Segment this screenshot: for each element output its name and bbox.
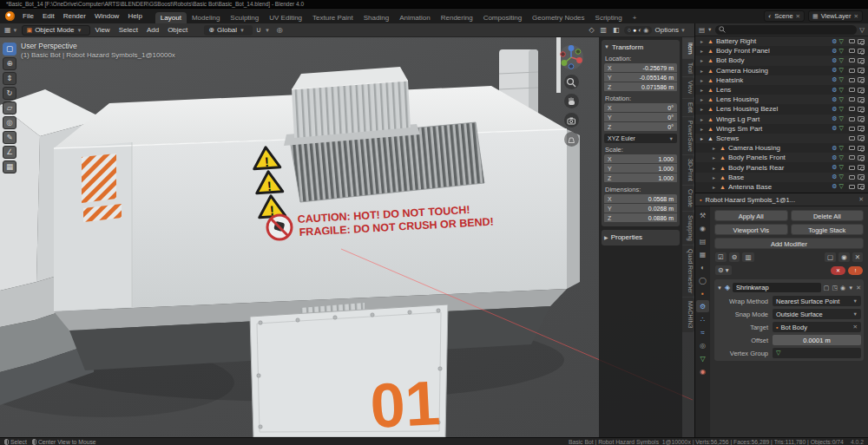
location-field[interactable]: Y -0.055146 m [604, 73, 677, 82]
options-dropdown[interactable]: Options ▼ [654, 26, 689, 34]
outliner-row[interactable]: ▸ ▲ Camera Housing ⚙ ▽ [695, 66, 868, 75]
properties-tab-icon[interactable] [696, 300, 709, 312]
proportional-edit-icon[interactable]: ◎ [275, 26, 285, 34]
mode-dropdown[interactable]: ▣ Object Mode ▼ [22, 25, 91, 36]
disclosure-arrow-icon[interactable]: ▸ [700, 126, 707, 132]
disable-in-render-icon[interactable] [858, 146, 865, 151]
add-modifier-button[interactable]: Add Modifier [714, 238, 864, 249]
outliner-row[interactable]: ▸ ▲ Lens Housing Bezel ⚙ ▽ [695, 104, 868, 114]
disclosure-arrow-icon[interactable]: ▸ [700, 68, 707, 74]
properties-tab-icon[interactable] [696, 326, 709, 338]
hide-in-viewport-icon[interactable] [849, 185, 855, 189]
object-name[interactable]: Lens Housing [716, 95, 832, 103]
collapse-arrow-icon[interactable]: ▼ [717, 285, 722, 291]
viewport-menu-item[interactable]: View [90, 26, 114, 34]
workspace-tab[interactable]: Compositing [478, 12, 527, 23]
object-name[interactable]: Body Panels Rear [728, 164, 832, 172]
remove-icon[interactable]: ✕ [852, 252, 863, 262]
n-panel-tab[interactable]: Item [682, 39, 694, 58]
object-name[interactable]: Battery Right [716, 37, 832, 45]
zoom-icon[interactable] [564, 75, 579, 89]
hide-in-viewport-icon[interactable] [849, 127, 855, 131]
clear-target-icon[interactable]: ✕ [853, 324, 858, 330]
rotation-field[interactable]: Y 0° [604, 113, 677, 121]
hide-in-viewport-icon[interactable] [849, 146, 855, 150]
tool-button[interactable]: ◎ [3, 116, 16, 129]
scale-field[interactable]: Z 1.000 [604, 173, 677, 182]
stack-display-icon[interactable]: ▥ [742, 252, 753, 262]
solid-shading-icon[interactable]: ● [633, 27, 636, 33]
properties-tab-icon[interactable] [696, 352, 709, 364]
hide-in-viewport-icon[interactable] [849, 78, 855, 82]
object-name[interactable]: Camera Housing [716, 67, 832, 75]
blender-logo-icon[interactable] [5, 11, 15, 21]
object-name[interactable]: Body Panels Front [728, 154, 832, 161]
robot-front-panel[interactable]: 01 [250, 303, 448, 437]
workspace-tab[interactable]: Shading [358, 12, 394, 23]
outliner-row[interactable]: ▸ ▲ Wings Sm Part ⚙ ▽ [695, 124, 868, 134]
disable-in-render-icon[interactable] [858, 165, 865, 170]
object-name[interactable]: Bot Body [716, 56, 832, 64]
hide-in-viewport-icon[interactable] [849, 69, 855, 73]
wrench-icon[interactable]: ⚙ [729, 252, 740, 262]
hide-in-viewport-icon[interactable] [849, 136, 855, 141]
disable-in-render-icon[interactable] [858, 49, 865, 54]
hide-in-viewport-icon[interactable] [849, 88, 855, 92]
disable-in-render-icon[interactable] [858, 155, 865, 160]
snap-options-caret-icon[interactable]: ▼ [265, 28, 273, 33]
render-display-icon[interactable]: ◉ [838, 252, 850, 262]
hide-in-viewport-icon[interactable] [849, 166, 855, 170]
topbar-menu-item[interactable]: Help [123, 10, 146, 23]
disclosure-arrow-icon[interactable]: ▸ [700, 48, 707, 54]
object-name[interactable]: Lens Housing Bezel [716, 105, 832, 113]
axis-gizmo[interactable] [558, 44, 584, 70]
outliner-row[interactable]: ▸ ▲ Antenna Base ⚙ ▽ [695, 182, 868, 192]
tool-button[interactable]: ↻ [3, 87, 16, 100]
hide-in-viewport-icon[interactable] [849, 117, 855, 121]
viewport-menu-item[interactable]: Select [115, 26, 142, 34]
snap-mode-dropdown[interactable]: Outside Surface ▼ [773, 309, 861, 319]
tool-button[interactable]: ⇕ [3, 72, 16, 85]
disable-in-render-icon[interactable] [858, 97, 865, 102]
outliner-row[interactable]: ▸ ▲ Body Panels Front ⚙ ▽ [695, 153, 868, 162]
hide-in-viewport-icon[interactable] [849, 49, 855, 53]
remove-viewlayer-icon[interactable]: ✕ [854, 13, 858, 20]
viewlayer-selector[interactable]: ▦ ViewLayer ✕ [808, 10, 863, 22]
outliner-search-box[interactable] [715, 25, 858, 35]
properties-tab-icon[interactable] [696, 235, 709, 247]
window-titlebar[interactable]: *Basic_Bot_14 [F:\OneDrive\Computer\ARTS… [0, 0, 868, 9]
hide-in-viewport-icon[interactable] [849, 97, 855, 101]
topbar-menu-item[interactable]: File [18, 10, 38, 23]
topbar-menu-item[interactable]: Edit [38, 10, 59, 23]
scene-selector[interactable]: ◐ Scene ✕ [764, 10, 805, 22]
target-object-field[interactable]: ▪ Bot Body ✕ [773, 322, 861, 332]
perspective-toggle-icon[interactable] [564, 132, 579, 147]
material-shading-icon[interactable]: ◐ [638, 27, 641, 33]
properties-tab-icon[interactable] [696, 209, 709, 221]
disable-in-render-icon[interactable] [858, 184, 865, 189]
disclosure-arrow-icon[interactable]: ▸ [700, 106, 707, 112]
disable-in-render-icon[interactable] [858, 107, 865, 112]
hide-in-viewport-icon[interactable] [849, 107, 855, 111]
disable-in-render-icon[interactable] [858, 135, 865, 141]
delete-modifier-icon[interactable]: ✕ [856, 285, 861, 291]
disable-in-render-icon[interactable] [858, 68, 865, 73]
close-icon[interactable]: ✕ [858, 196, 864, 203]
properties-tab-icon[interactable] [696, 248, 709, 260]
properties-tab-icon[interactable] [696, 287, 709, 299]
tool-button[interactable]: ∠ [3, 146, 16, 159]
orientation-dropdown[interactable]: ⊕ Global ▼ [204, 25, 253, 36]
workspace-tab[interactable]: UV Editing [264, 12, 307, 23]
disable-in-render-icon[interactable] [858, 88, 865, 93]
pan-hand-icon[interactable] [564, 94, 579, 108]
rotation-field[interactable]: X 0° [604, 103, 677, 112]
workspace-tab[interactable]: Modeling [187, 12, 225, 23]
n-panel-tab[interactable]: 3D-Print [682, 155, 694, 185]
render-toggle-icon[interactable]: ◉ [840, 285, 845, 291]
n-panel-tab[interactable]: Create [682, 186, 694, 211]
editor-type-icon[interactable]: ▦ [0, 26, 13, 34]
wireframe-shading-icon[interactable]: ○ [628, 27, 631, 33]
robot-turret[interactable] [284, 67, 420, 146]
workspace-tab[interactable]: Texture Paint [307, 12, 358, 23]
extras-menu-icon[interactable]: ▼ [848, 285, 853, 291]
